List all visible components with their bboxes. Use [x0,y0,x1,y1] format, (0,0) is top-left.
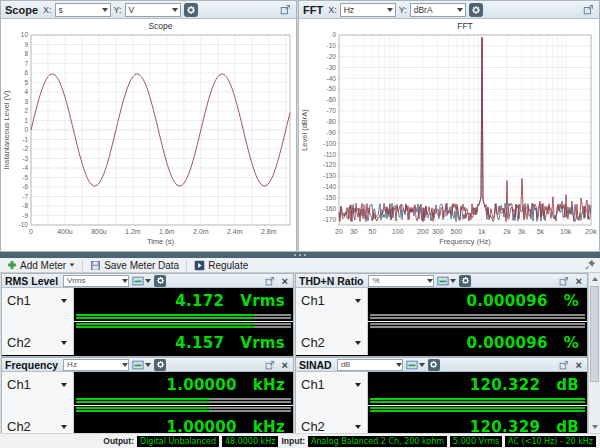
chevron-down-icon [355,383,361,387]
chevron-down-icon [450,279,456,283]
channel-selector-ch2[interactable]: Ch2 [296,330,368,355]
chevron-down-icon [122,363,128,367]
scrollbar-thumb[interactable] [590,286,599,382]
output-config-badge[interactable]: Digital Unbalanced [137,436,219,447]
meter-popout-button[interactable] [264,274,277,287]
popout-icon [265,276,275,286]
channel-selector-ch1[interactable]: Ch1 [296,372,368,397]
scope-panel-title: Scope [5,4,38,16]
fft-chart[interactable]: FFT0-10-20-30-40-50-60-70-80-90-100-110-… [299,19,599,251]
scroll-down-icon[interactable] [589,421,600,433]
scope-y-unit-dropdown[interactable]: V [125,3,181,17]
close-icon[interactable]: × [574,360,584,370]
meter-popout-button[interactable] [558,274,571,287]
channel-label: Ch1 [301,293,325,308]
add-meter-button[interactable]: Add Meter [4,259,78,272]
pin-icon [585,259,596,270]
channel-label: Ch1 [7,377,31,392]
fft-y-unit-dropdown[interactable]: dBrA [410,3,466,17]
scroll-up-icon[interactable] [589,273,600,285]
display-style-button[interactable] [132,275,151,287]
fft-popout-button[interactable] [582,3,595,16]
display-style-button[interactable] [132,359,151,371]
scope-chart[interactable]: Scope-10-9-8-7-6-5-4-3-2-101234567891004… [1,19,296,251]
input-label: Input: [281,436,305,446]
svg-text:1k: 1k [478,228,486,235]
input-config-badge[interactable]: Analog Balanced 2 Ch, 200 kohm [308,436,447,447]
channel-selector-ch2[interactable]: Ch2 [296,414,368,433]
svg-text:20: 20 [335,228,343,235]
unit-dropdown[interactable]: Vrms [63,275,129,287]
close-icon[interactable]: × [574,276,584,286]
svg-text:-160: -160 [323,205,336,212]
input-bandwidth-badge[interactable]: AC (<10 Hz) - 20 kHz [505,436,596,447]
svg-text:200: 200 [417,228,429,235]
unit-dropdown[interactable]: Hz [63,359,129,371]
meter-title: RMS Level [5,275,58,287]
channel-selector-ch1[interactable]: Ch1 [2,288,74,313]
scope-popout-button[interactable] [279,3,292,16]
close-icon[interactable]: × [280,276,290,286]
meter-readout-ch2: 120.329 dB [368,414,587,433]
channel-selector-ch2[interactable]: Ch2 [2,330,74,355]
meter-panel-rms-level: RMS Level Vrms × Ch1 [1,273,294,357]
meter-display-icon [132,360,144,370]
scope-settings-button[interactable] [184,3,198,17]
svg-text:-20: -20 [327,53,337,60]
meters-scrollbar[interactable] [588,273,600,433]
meter-settings-button[interactable] [428,359,440,371]
popout-icon [559,360,569,370]
save-meter-data-button[interactable]: Save Meter Data [87,259,182,272]
svg-text:0: 0 [24,126,28,133]
chevron-down-icon [396,363,402,367]
meter-display-icon [406,360,418,370]
gear-icon [156,276,165,285]
svg-text:Instantaneous Level (V): Instantaneous Level (V) [2,90,11,170]
svg-text:20k: 20k [585,228,597,235]
svg-text:-8: -8 [22,202,28,209]
svg-text:2.8m: 2.8m [261,228,277,235]
regulate-button[interactable]: Regulate [191,259,251,272]
chevron-down-icon [387,8,393,12]
display-style-button[interactable] [406,359,425,371]
unit-value: % [372,276,379,285]
meter-popout-button[interactable] [558,358,571,371]
meter-unit: % [564,334,579,352]
channel-selector-ch2[interactable]: Ch2 [2,414,74,433]
chevron-down-icon [355,299,361,303]
svg-text:3: 3 [24,98,28,105]
unit-dropdown[interactable]: % [368,275,434,287]
svg-text:300: 300 [432,228,444,235]
svg-text:2k: 2k [503,228,511,235]
channel-selector-ch1[interactable]: Ch1 [2,372,74,397]
fft-x-label: X: [328,5,337,15]
output-samplerate-badge[interactable]: 48.0000 kHz [222,436,278,447]
meter-settings-button[interactable] [154,359,166,371]
meter-display-icon [437,276,449,286]
unit-dropdown[interactable]: dB [337,359,403,371]
scope-x-unit-dropdown[interactable]: s [55,3,111,17]
regulate-label: Regulate [208,260,248,271]
plus-icon [7,260,17,270]
meter-readout-ch1: 0.000096 % [368,288,587,313]
level-bar-ch2 [74,406,293,414]
meter-unit: dB [556,376,579,394]
meter-header: RMS Level Vrms × [2,274,293,288]
meter-settings-button[interactable] [459,275,471,287]
meter-unit: kHz [253,376,285,394]
meter-popout-button[interactable] [264,358,277,371]
display-style-button[interactable] [437,275,456,287]
input-range-badge[interactable]: 5.000 Vrms [450,436,502,447]
auto-hide-pin-button[interactable] [585,259,596,272]
meter-display-icon [132,276,144,286]
toolbar-separator [186,260,187,271]
svg-text:-140: -140 [323,183,336,190]
channel-selector-ch1[interactable]: Ch1 [296,288,368,313]
fft-settings-button[interactable] [469,3,483,17]
fft-x-unit-dropdown[interactable]: Hz [340,3,396,17]
close-icon[interactable]: × [280,360,290,370]
meter-settings-button[interactable] [154,275,166,287]
channel-label: Ch2 [7,419,31,433]
scope-x-unit-value: s [59,5,63,15]
svg-text:9: 9 [24,41,28,48]
